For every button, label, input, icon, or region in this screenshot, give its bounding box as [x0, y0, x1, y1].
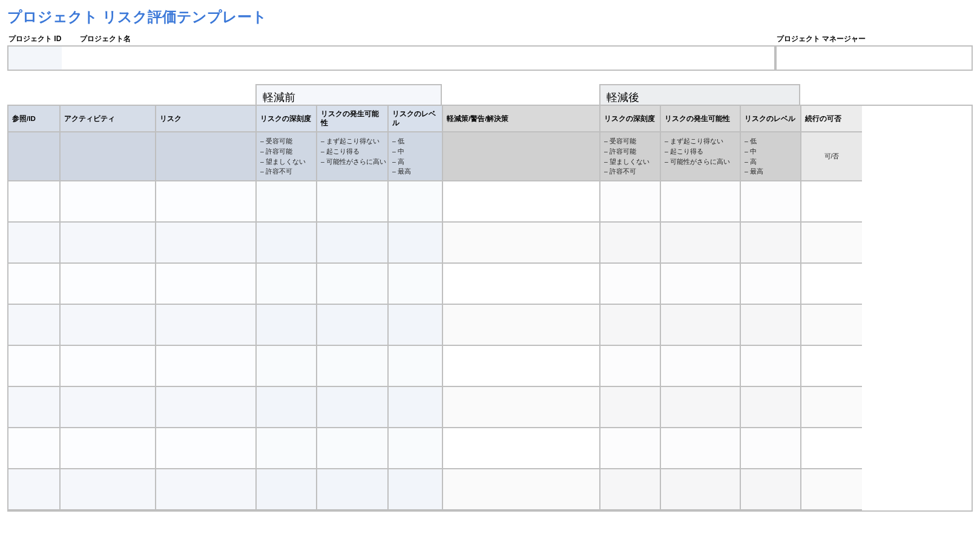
data-cell-continue[interactable]	[801, 305, 862, 346]
data-cell-likelihood_post[interactable]	[661, 387, 741, 428]
data-cell-level_post[interactable]	[741, 181, 801, 223]
data-cell-risk[interactable]	[156, 181, 257, 223]
data-cell-risk[interactable]	[156, 346, 257, 387]
data-cell-likelihood_post[interactable]	[661, 264, 741, 305]
data-cell-severity_pre[interactable]	[257, 346, 317, 387]
data-cell-severity_post[interactable]	[600, 305, 661, 346]
data-cell-activity[interactable]	[61, 223, 156, 264]
data-cell-severity_pre[interactable]	[257, 469, 317, 510]
data-cell-risk[interactable]	[156, 264, 257, 305]
project-name-input[interactable]	[62, 45, 775, 71]
col-likelihood-post: リスクの発生可能性	[661, 106, 741, 132]
data-cell-likelihood_pre[interactable]	[317, 469, 389, 510]
data-cell-ref_id[interactable]	[8, 305, 61, 346]
data-cell-level_post[interactable]	[741, 223, 801, 264]
data-cell-likelihood_post[interactable]	[661, 181, 741, 223]
data-cell-level_pre[interactable]	[389, 387, 443, 428]
data-cell-likelihood_pre[interactable]	[317, 387, 389, 428]
data-cell-continue[interactable]	[801, 181, 862, 223]
data-cell-likelihood_pre[interactable]	[317, 428, 389, 469]
data-cell-activity[interactable]	[61, 469, 156, 510]
option-item: 受容可能	[260, 136, 312, 146]
data-cell-continue[interactable]	[801, 469, 862, 510]
data-cell-likelihood_pre[interactable]	[317, 305, 389, 346]
data-cell-continue[interactable]	[801, 346, 862, 387]
data-cell-severity_post[interactable]	[600, 181, 661, 223]
data-cell-level_post[interactable]	[741, 428, 801, 469]
data-cell-risk[interactable]	[156, 428, 257, 469]
data-cell-level_post[interactable]	[741, 469, 801, 510]
data-cell-likelihood_pre[interactable]	[317, 264, 389, 305]
data-cell-mitigation[interactable]	[443, 305, 600, 346]
data-cell-likelihood_post[interactable]	[661, 428, 741, 469]
data-cell-severity_post[interactable]	[600, 387, 661, 428]
data-cell-continue[interactable]	[801, 223, 862, 264]
subinfo-likelihood-pre: まず起こり得ない起こり得る可能性がさらに高い	[317, 132, 389, 181]
data-cell-ref_id[interactable]	[8, 428, 61, 469]
data-cell-mitigation[interactable]	[443, 387, 600, 428]
option-item: 受容可能	[604, 136, 656, 146]
data-cell-level_pre[interactable]	[389, 346, 443, 387]
data-cell-activity[interactable]	[61, 181, 156, 223]
data-cell-mitigation[interactable]	[443, 223, 600, 264]
data-cell-risk[interactable]	[156, 305, 257, 346]
data-cell-level_pre[interactable]	[389, 428, 443, 469]
data-cell-likelihood_post[interactable]	[661, 305, 741, 346]
data-cell-activity[interactable]	[61, 428, 156, 469]
data-cell-severity_post[interactable]	[600, 469, 661, 510]
data-cell-severity_post[interactable]	[600, 223, 661, 264]
data-cell-level_post[interactable]	[741, 305, 801, 346]
subinfo-level-post: 低中高最高	[741, 132, 801, 181]
data-cell-ref_id[interactable]	[8, 346, 61, 387]
data-cell-level_post[interactable]	[741, 387, 801, 428]
data-cell-activity[interactable]	[61, 346, 156, 387]
data-cell-ref_id[interactable]	[8, 264, 61, 305]
data-cell-activity[interactable]	[61, 387, 156, 428]
data-cell-likelihood_pre[interactable]	[317, 181, 389, 223]
data-cell-risk[interactable]	[156, 387, 257, 428]
data-cell-likelihood_pre[interactable]	[317, 223, 389, 264]
data-cell-severity_pre[interactable]	[257, 223, 317, 264]
subinfo-ref-id	[8, 132, 61, 181]
data-cell-severity_pre[interactable]	[257, 181, 317, 223]
subinfo-severity-pre: 受容可能許容可能望ましくない許容不可	[257, 132, 317, 181]
data-cell-severity_post[interactable]	[600, 264, 661, 305]
data-cell-mitigation[interactable]	[443, 428, 600, 469]
data-cell-level_pre[interactable]	[389, 223, 443, 264]
data-cell-mitigation[interactable]	[443, 346, 600, 387]
data-cell-continue[interactable]	[801, 387, 862, 428]
data-cell-severity_pre[interactable]	[257, 305, 317, 346]
data-cell-continue[interactable]	[801, 428, 862, 469]
data-cell-severity_pre[interactable]	[257, 264, 317, 305]
data-cell-ref_id[interactable]	[8, 387, 61, 428]
data-cell-severity_pre[interactable]	[257, 428, 317, 469]
subinfo-continue: 可/否	[801, 132, 862, 181]
data-cell-mitigation[interactable]	[443, 181, 600, 223]
data-cell-level_pre[interactable]	[389, 305, 443, 346]
data-cell-mitigation[interactable]	[443, 469, 600, 510]
data-cell-severity_post[interactable]	[600, 428, 661, 469]
option-item: 低	[392, 136, 438, 146]
data-cell-severity_pre[interactable]	[257, 387, 317, 428]
data-cell-likelihood_pre[interactable]	[317, 346, 389, 387]
data-cell-level_post[interactable]	[741, 346, 801, 387]
data-cell-risk[interactable]	[156, 223, 257, 264]
data-cell-mitigation[interactable]	[443, 264, 600, 305]
data-cell-activity[interactable]	[61, 264, 156, 305]
data-cell-ref_id[interactable]	[8, 223, 61, 264]
data-cell-likelihood_post[interactable]	[661, 469, 741, 510]
data-cell-likelihood_post[interactable]	[661, 346, 741, 387]
project-manager-input[interactable]	[775, 45, 973, 71]
data-cell-level_post[interactable]	[741, 264, 801, 305]
data-cell-severity_post[interactable]	[600, 346, 661, 387]
data-cell-ref_id[interactable]	[8, 469, 61, 510]
data-cell-level_pre[interactable]	[389, 264, 443, 305]
data-cell-level_pre[interactable]	[389, 469, 443, 510]
data-cell-continue[interactable]	[801, 264, 862, 305]
data-cell-risk[interactable]	[156, 469, 257, 510]
data-cell-likelihood_post[interactable]	[661, 223, 741, 264]
data-cell-level_pre[interactable]	[389, 181, 443, 223]
project-id-input[interactable]	[7, 45, 62, 71]
data-cell-activity[interactable]	[61, 305, 156, 346]
data-cell-ref_id[interactable]	[8, 181, 61, 223]
